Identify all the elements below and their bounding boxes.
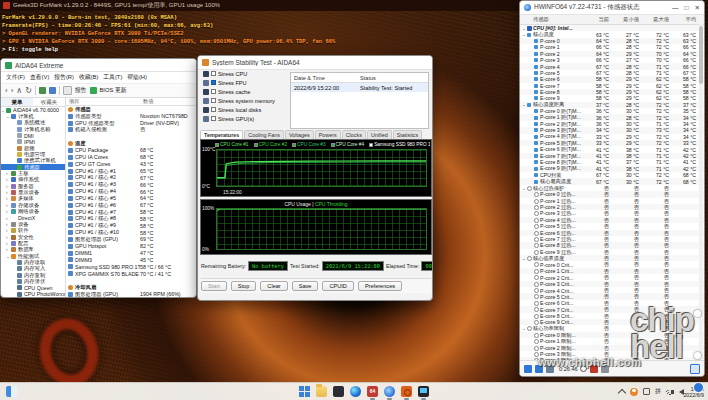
stability-tab[interactable]: Voltages <box>285 130 314 139</box>
hwinfo-sensor-row[interactable]: P-core 3 66 °C 27 °C 70 °C 66 °C <box>520 57 704 63</box>
menu-item[interactable]: 报告(R) <box>54 73 74 82</box>
nav-tab[interactable]: 收藏夹 <box>33 98 65 106</box>
hwinfo-sensor-row[interactable]: 核心温度 63 °C 27 °C 72 °C 63 °C <box>520 31 704 37</box>
report-button[interactable]: 报告 <box>75 86 87 95</box>
maximize-button[interactable]: □ <box>685 3 689 13</box>
legend-checkbox[interactable] <box>369 143 373 147</box>
configure-sensors-icon[interactable] <box>690 364 700 374</box>
bios-update-button[interactable]: BIOS 更新 <box>100 86 127 95</box>
sensor-row[interactable]: CPU Package 68 °C <box>66 147 196 154</box>
up-icon[interactable]: ∧ <box>16 86 22 96</box>
sensor-row[interactable]: DIMM3 45 °C <box>66 257 196 264</box>
hwinfo-sensor-row[interactable]: E-core 8 58 °C 29 °C 62 °C 58 °C <box>520 89 704 95</box>
hwinfo-sensor-row[interactable]: P-core 1 66 °C 28 °C 72 °C 66 °C <box>520 44 704 50</box>
start-button[interactable] <box>299 386 310 397</box>
stability-tab[interactable]: Unified <box>367 130 392 139</box>
stress-checkbox[interactable] <box>211 80 216 85</box>
expand-all-icon[interactable] <box>524 365 532 373</box>
stability-button[interactable]: Save <box>292 281 319 291</box>
sensor-row[interactable]: Samsung SSD 980 PRO 1TB 58 °C / 66 °C <box>66 263 196 270</box>
monitor-app-taskbar-icon[interactable] <box>418 386 429 397</box>
scrollbar-thumb[interactable] <box>699 26 703 84</box>
tray-app-icon[interactable] <box>643 388 650 395</box>
taskbar-clock[interactable]: 15:48 2022/6/9 <box>683 386 704 398</box>
menu-item[interactable]: 收藏(B) <box>79 73 98 82</box>
minimize-button[interactable]: — <box>672 3 679 13</box>
stress-checkbox[interactable] <box>211 98 216 103</box>
sensor-row[interactable]: DIMM1 47 °C <box>66 250 196 257</box>
legend-item[interactable]: CPU Core #1 <box>215 142 249 147</box>
log-table-row[interactable]: 2022/6/9 15:22:00 Stability Test: Starte… <box>291 83 428 92</box>
back-icon[interactable]: ‹ <box>5 86 8 96</box>
expand-arrow-icon[interactable] <box>522 256 526 261</box>
forward-icon[interactable]: › <box>11 86 14 96</box>
menu-item[interactable]: 帮助(H) <box>127 73 147 82</box>
stress-checkbox[interactable] <box>211 107 216 112</box>
menu-item[interactable]: 工具(T) <box>103 73 122 82</box>
legend-checkbox[interactable] <box>292 143 296 147</box>
stability-button[interactable]: Stop <box>231 281 257 291</box>
legend-checkbox[interactable] <box>215 143 219 147</box>
stability-tab[interactable]: Temperatures <box>200 130 243 139</box>
nav-tab[interactable]: 菜单 <box>1 98 33 106</box>
furmark-taskbar-icon[interactable] <box>401 386 412 397</box>
hwinfo-sensor-row[interactable]: P-core 2 64 °C 29 °C 70 °C 64 °C <box>520 51 704 57</box>
menu-item[interactable]: 查看(V) <box>30 73 49 82</box>
legend-item[interactable]: CPU Core #4 <box>331 142 365 147</box>
stress-checkbox[interactable] <box>211 89 216 94</box>
chart-icon[interactable] <box>39 87 46 94</box>
sensor-row[interactable]: CPU IA Cores 68 °C <box>66 154 196 161</box>
stability-tab[interactable]: Cooling Fans <box>244 130 284 139</box>
hwinfo-sensor-row[interactable]: P-core 5 67 °C 28 °C 71 °C 67 °C <box>520 70 704 76</box>
stability-button[interactable]: CPUID <box>322 281 353 291</box>
legend-item[interactable]: Samsung SSD 980 PRO 1TB <box>369 142 430 147</box>
stability-button[interactable]: Clear <box>260 281 287 291</box>
sensor-row[interactable]: XPG GAMMIX S70 BLADE 70 °C / 41 °C <box>66 270 196 277</box>
expand-arrow-icon[interactable] <box>522 326 526 331</box>
stress-checkbox[interactable] <box>211 116 216 121</box>
sensor-row[interactable]: GPU Hotspot 82 °C <box>66 243 196 250</box>
expand-arrow-icon[interactable] <box>522 186 526 191</box>
refresh-icon[interactable]: ↻ <box>25 86 32 96</box>
sensor-row[interactable]: 图形处理器 (GPU) 1904 RPM (66%) <box>66 291 196 298</box>
tree-item[interactable]: CPU ZLib <box>1 297 65 298</box>
widgets-icon[interactable] <box>6 386 17 397</box>
legend-checkbox[interactable] <box>331 143 335 147</box>
close-button[interactable]: ✕ <box>695 3 700 13</box>
furmark-window-titlebar[interactable]: Geeks3D FurMark v1.29.0.2 - 8449S, GPU1 … <box>0 0 519 11</box>
stability-tab[interactable]: Clocks <box>342 130 366 139</box>
stability-tab[interactable]: Powers <box>315 130 341 139</box>
sensor-row[interactable]: 图形处理器 (GPU) 69 °C <box>66 236 196 243</box>
app-icon-dark[interactable] <box>333 386 344 397</box>
edge-browser-icon[interactable] <box>350 386 361 397</box>
legend-checkbox[interactable] <box>254 143 258 147</box>
dashboard-icon[interactable] <box>49 87 56 94</box>
hwinfo-taskbar-icon[interactable] <box>384 386 395 397</box>
hwinfo-sensor-row[interactable]: E-core 6 58 °C 29 °C 62 °C 58 °C <box>520 76 704 82</box>
stability-button[interactable]: Start <box>201 281 227 291</box>
hwinfo-sensor-row[interactable]: E-core 7 58 °C 29 °C 62 °C 58 °C <box>520 83 704 89</box>
sensor-row[interactable]: 温度 <box>66 140 196 147</box>
file-explorer-icon[interactable] <box>316 386 327 397</box>
aida64-titlebar[interactable]: AIDA64 Extreme <box>1 59 196 72</box>
legend-item[interactable]: CPU Core #3 <box>292 142 326 147</box>
aida64-taskbar-icon[interactable]: 64 <box>367 386 378 397</box>
hwinfo-titlebar[interactable]: HWiNFO64 v7.22-4731 - 传感器状态 — □ ✕ <box>520 1 704 15</box>
expand-arrow-icon[interactable] <box>522 102 526 107</box>
expand-arrow-icon[interactable] <box>522 26 526 31</box>
stability-tab[interactable]: Statistics <box>393 130 423 139</box>
report-doc-icon[interactable] <box>63 86 72 95</box>
stability-test-titlebar[interactable]: System Stability Test - AIDA64 <box>198 56 432 70</box>
hwinfo-sensor-row[interactable]: P-core 0 64 °C 28 °C 72 °C 63 °C <box>520 38 704 44</box>
stability-button[interactable]: Preferences <box>358 281 402 291</box>
sensor-row[interactable]: 机箱入侵检测 否 <box>66 127 196 134</box>
legend-item[interactable]: CPU Core #2 <box>254 142 288 147</box>
expand-arrow-icon[interactable] <box>522 32 526 37</box>
bios-download-icon[interactable] <box>90 87 97 94</box>
hwinfo-sensor-row[interactable]: P-core 4 67 °C 28 °C 71 °C 66 °C <box>520 63 704 69</box>
notification-badge[interactable] <box>693 382 704 393</box>
ime-badge[interactable]: 拼 <box>655 387 661 396</box>
stress-checkbox[interactable] <box>211 71 216 76</box>
tray-overflow-chevron-icon[interactable] <box>618 388 626 396</box>
user-tray-icon[interactable] <box>630 388 638 396</box>
